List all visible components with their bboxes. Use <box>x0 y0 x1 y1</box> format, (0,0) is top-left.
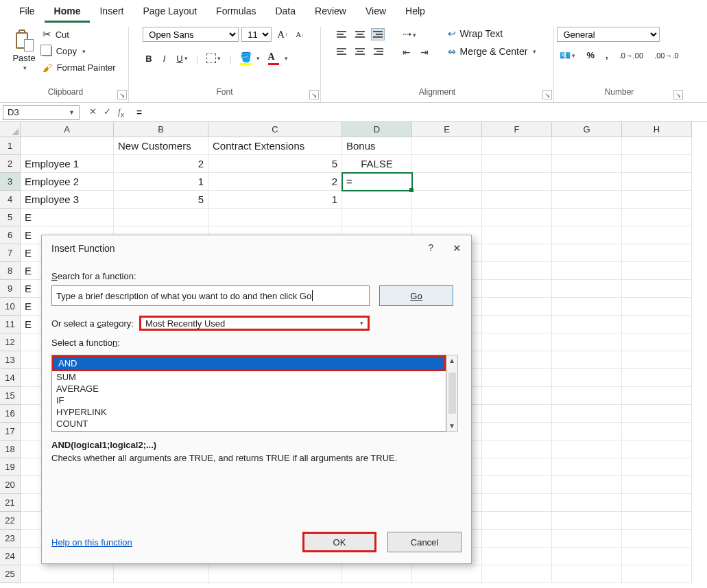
cell-D2[interactable]: FALSE <box>342 155 412 173</box>
search-input[interactable]: Type a brief description of what you wan… <box>51 285 370 306</box>
cell-F25[interactable] <box>482 565 552 583</box>
cell-F17[interactable] <box>482 423 552 440</box>
cell-G13[interactable] <box>552 351 622 369</box>
cell-C4[interactable]: 1 <box>208 191 342 209</box>
decrease-indent-button[interactable]: ⇤ <box>400 45 414 59</box>
copy-button[interactable]: Copy▾ <box>40 45 119 58</box>
cell-F1[interactable] <box>482 137 552 155</box>
cell-H13[interactable] <box>622 351 692 369</box>
column-header-H[interactable]: H <box>622 122 692 137</box>
cell-H14[interactable] <box>622 369 692 387</box>
row-header-17[interactable]: 17 <box>0 423 21 440</box>
cell-G9[interactable] <box>552 280 622 298</box>
cell-H1[interactable] <box>622 137 692 155</box>
menu-data[interactable]: Data <box>265 3 305 23</box>
row-header-21[interactable]: 21 <box>0 494 21 512</box>
increase-decimal-button[interactable]: .0→.00 <box>616 50 646 61</box>
cell-H6[interactable] <box>622 226 692 244</box>
cut-button[interactable]: ✂Cut <box>40 27 119 42</box>
dialog-launcher-icon[interactable]: ↘ <box>309 90 319 99</box>
cell-G15[interactable] <box>552 387 622 405</box>
cell-G4[interactable] <box>552 191 622 209</box>
row-header-8[interactable]: 8 <box>0 262 21 280</box>
cell-E4[interactable] <box>412 191 482 209</box>
cell-F11[interactable] <box>482 316 552 333</box>
enter-formula-button[interactable]: ✓ <box>104 106 111 119</box>
scroll-up-icon[interactable]: ▲ <box>448 357 455 364</box>
align-middle-button[interactable] <box>353 28 367 40</box>
cell-G12[interactable] <box>552 333 622 351</box>
cell-G10[interactable] <box>552 298 622 316</box>
cell-A5[interactable]: E <box>21 209 114 226</box>
function-list[interactable]: ANDSUMAVERAGEIFHYPERLINKCOUNTMAX <box>51 355 446 432</box>
dialog-launcher-icon[interactable]: ↘ <box>542 90 552 99</box>
function-item-sum[interactable]: SUM <box>52 371 446 383</box>
column-header-A[interactable]: A <box>21 122 114 137</box>
cell-A3[interactable]: Employee 2 <box>21 173 114 191</box>
cell-H17[interactable] <box>622 423 692 440</box>
cell-B3[interactable]: 1 <box>114 173 208 191</box>
row-header-2[interactable]: 2 <box>0 155 21 173</box>
cell-F14[interactable] <box>482 369 552 387</box>
dialog-launcher-icon[interactable]: ↘ <box>117 90 127 99</box>
cell-F10[interactable] <box>482 298 552 316</box>
cell-A4[interactable]: Employee 3 <box>21 191 114 209</box>
percent-button[interactable]: % <box>584 49 597 62</box>
row-header-11[interactable]: 11 <box>0 316 21 333</box>
row-header-13[interactable]: 13 <box>0 351 21 369</box>
column-header-G[interactable]: G <box>552 122 622 137</box>
row-header-14[interactable]: 14 <box>0 369 21 387</box>
cell-G20[interactable] <box>552 476 622 494</box>
menu-insert[interactable]: Insert <box>90 3 133 23</box>
increase-font-button[interactable]: A↑ <box>274 27 290 42</box>
row-header-9[interactable]: 9 <box>0 280 21 298</box>
menu-review[interactable]: Review <box>305 3 356 23</box>
column-header-B[interactable]: B <box>114 122 208 137</box>
cell-C3[interactable]: 2 <box>208 173 342 191</box>
scroll-down-icon[interactable]: ▼ <box>448 422 455 430</box>
align-top-button[interactable] <box>335 28 349 40</box>
cell-A2[interactable]: Employee 1 <box>21 155 114 173</box>
function-item-count[interactable]: COUNT <box>52 418 446 430</box>
menu-page-layout[interactable]: Page Layout <box>133 3 206 23</box>
cell-C1[interactable]: Contract Extensions <box>208 137 342 155</box>
function-item-max[interactable]: MAX <box>52 430 446 432</box>
column-header-F[interactable]: F <box>482 122 552 137</box>
cell-H7[interactable] <box>622 244 692 262</box>
cell-F12[interactable] <box>482 333 552 351</box>
cell-H15[interactable] <box>622 387 692 405</box>
fill-color-button[interactable]: 🪣 <box>237 50 250 67</box>
row-header-5[interactable]: 5 <box>0 209 21 226</box>
cell-D4[interactable] <box>342 191 412 209</box>
italic-button[interactable]: I <box>160 52 169 65</box>
cell-H10[interactable] <box>622 298 692 316</box>
function-item-hyperlink[interactable]: HYPERLINK <box>52 406 446 418</box>
cell-F2[interactable] <box>482 155 552 173</box>
cell-F13[interactable] <box>482 351 552 369</box>
cell-F8[interactable] <box>482 262 552 280</box>
go-button[interactable]: Go <box>379 285 453 306</box>
number-format-select[interactable]: General <box>557 27 660 42</box>
cell-E3[interactable] <box>412 173 482 191</box>
row-header-19[interactable]: 19 <box>0 458 21 476</box>
function-item-and[interactable]: AND <box>52 355 446 371</box>
cell-H8[interactable] <box>622 262 692 280</box>
merge-center-button[interactable]: ⇔Merge & Center▾ <box>445 45 540 58</box>
cell-G18[interactable] <box>552 440 622 458</box>
menu-help[interactable]: Help <box>396 3 435 23</box>
help-icon[interactable]: ? <box>428 242 433 255</box>
row-header-4[interactable]: 4 <box>0 191 21 209</box>
cell-F16[interactable] <box>482 405 552 423</box>
cell-H24[interactable] <box>622 548 692 565</box>
cell-D3[interactable]: = <box>342 173 412 191</box>
category-select[interactable]: Most Recently Used▾ <box>139 316 370 331</box>
column-header-C[interactable]: C <box>208 122 342 137</box>
cell-G14[interactable] <box>552 369 622 387</box>
cell-D5[interactable] <box>342 209 412 226</box>
cell-F15[interactable] <box>482 387 552 405</box>
cell-F7[interactable] <box>482 244 552 262</box>
row-header-12[interactable]: 12 <box>0 333 21 351</box>
cancel-button[interactable]: Cancel <box>387 532 462 552</box>
cell-E1[interactable] <box>412 137 482 155</box>
close-icon[interactable]: ✕ <box>453 242 462 255</box>
